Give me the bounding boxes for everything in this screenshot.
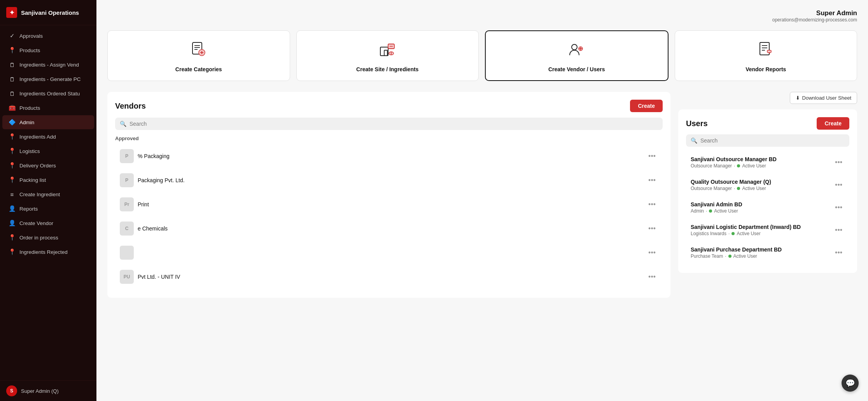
sidebar-item-ingredients-rejected[interactable]: 📍Ingredients Rejected (2, 245, 94, 259)
main-content: Super Admin operations@modernizing-proce… (96, 0, 868, 401)
vendors-section: Vendors Create 🔍 Approved P % Packaging … (107, 92, 670, 298)
sidebar-item-label: Products (19, 47, 40, 53)
user-meta: Outsource Manager · Active User (691, 163, 777, 169)
quick-card-create-site-ingredients[interactable]: Create Site / Ingredients (296, 30, 479, 81)
sidebar-item-label: Approvals (19, 33, 43, 39)
sidebar-item-ingredients-assign[interactable]: 🗒Ingredients - Assign Vend (2, 58, 94, 72)
order-in-process-icon: 📍 (9, 234, 16, 241)
sidebar-item-packing-list[interactable]: 📍Packing list (2, 173, 94, 187)
sidebar-item-label: Ingredients - Assign Vend (19, 62, 79, 68)
user-role: Purchase Team (691, 253, 723, 259)
sidebar-item-ingredients-generate[interactable]: 🗒Ingredients - Generate PC (2, 72, 94, 86)
user-item[interactable]: Sanjivani Purchase Department BD Purchas… (686, 243, 849, 263)
vendor-more-button[interactable]: ••• (646, 200, 658, 209)
users-search-input[interactable] (700, 137, 845, 144)
quick-card-vendor-reports[interactable]: Vendor Reports (675, 30, 858, 81)
active-dot (737, 187, 740, 190)
app-logo: ✦ (6, 7, 17, 18)
user-name: Sanjivani Purchase Department BD (691, 246, 782, 253)
vendors-create-button[interactable]: Create (630, 100, 663, 112)
sidebar-item-ingredients-ordered[interactable]: 🗒Ingredients Ordered Statu (2, 86, 94, 100)
vendor-more-button[interactable]: ••• (646, 248, 658, 258)
vendor-list: P % Packaging ••• P Packaging Pvt. Ltd. … (115, 145, 663, 288)
vendor-avatar: C (120, 222, 134, 236)
user-more-button[interactable]: ••• (833, 203, 845, 213)
download-user-sheet-button[interactable]: ⬇ Download User Sheet (790, 92, 857, 104)
user-item[interactable]: Sanjivani Logistic Department (Inward) B… (686, 220, 849, 240)
sidebar-item-label: Create Ingredient (19, 192, 60, 197)
sidebar-user-name: Super Admin (Q) (21, 388, 59, 394)
vendors-column: Vendors Create 🔍 Approved P % Packaging … (107, 92, 670, 298)
vendors-search-input[interactable] (130, 121, 658, 127)
sidebar-item-products1[interactable]: 📍Products (2, 43, 94, 57)
quick-card-create-vendor-users[interactable]: Create Vendor / Users (485, 30, 668, 81)
sidebar-item-label: Reports (19, 206, 38, 212)
sidebar-item-admin[interactable]: 🔷Admin (2, 115, 94, 129)
chat-bubble[interactable]: 💬 (842, 375, 859, 392)
sidebar-item-order-in-process[interactable]: 📍Order in process (2, 230, 94, 244)
user-role: Outsource Manager (691, 186, 732, 191)
sidebar-item-logistics[interactable]: 📍Logistics (2, 144, 94, 158)
sidebar-item-products2[interactable]: 🧰Products (2, 101, 94, 115)
vendors-title: Vendors (115, 102, 146, 111)
products1-icon: 📍 (9, 47, 16, 54)
sidebar-item-reports[interactable]: 👤Reports (2, 202, 94, 216)
reports-icon: 👤 (9, 205, 16, 212)
vendor-avatar (120, 246, 134, 260)
user-item[interactable]: Sanjivani Admin BD Admin · Active User •… (686, 197, 849, 218)
user-status: Active User (733, 253, 757, 259)
vendor-item[interactable]: C e Chemicals ••• (115, 218, 663, 239)
user-item[interactable]: Quality Outsource Manager (Q) Outsource … (686, 175, 849, 195)
vendor-name: Pvt Ltd. - UNIT IV (138, 274, 180, 280)
create-vendor-icon: 👤 (9, 220, 16, 227)
vendor-item[interactable]: P % Packaging ••• (115, 145, 663, 167)
ingredients-generate-icon: 🗒 (9, 76, 16, 83)
users-create-button[interactable]: Create (817, 117, 849, 130)
sidebar-footer: S Super Admin (Q) (0, 380, 96, 401)
sidebar-nav: ✓Approvals📍Products🗒Ingredients - Assign… (0, 25, 96, 380)
sidebar-item-label: Packing list (19, 177, 46, 183)
vendor-more-button[interactable]: ••• (646, 224, 658, 234)
sidebar-item-label: Admin (19, 120, 34, 125)
vendor-more-button[interactable]: ••• (646, 272, 658, 282)
user-more-button[interactable]: ••• (833, 158, 845, 167)
vendor-item[interactable]: Pr Print ••• (115, 193, 663, 215)
vendor-avatar: P (120, 149, 134, 163)
sidebar: ✦ Sanjivani Operations ✓Approvals📍Produc… (0, 0, 96, 401)
users-search-bar[interactable]: 🔍 (686, 134, 849, 147)
quick-card-create-categories[interactable]: Create Categories (107, 30, 290, 81)
sidebar-item-label: Logistics (19, 148, 40, 154)
user-more-button[interactable]: ••• (833, 248, 845, 258)
download-icon: ⬇ (796, 95, 800, 101)
sidebar-item-create-vendor[interactable]: 👤Create Vendor (2, 216, 94, 230)
active-dot (709, 209, 712, 213)
user-item[interactable]: Sanjivani Outsource Manager BD Outsource… (686, 152, 849, 172)
admin-icon: 🔷 (9, 119, 16, 126)
sidebar-item-approvals[interactable]: ✓Approvals (2, 29, 94, 43)
quick-card-label: Create Vendor / Users (548, 66, 605, 72)
user-more-button[interactable]: ••• (833, 180, 845, 190)
svg-point-13 (572, 44, 577, 50)
user-name: Quality Outsource Manager (Q) (691, 179, 771, 185)
user-avatar: S (6, 385, 17, 396)
sidebar-item-create-ingredient[interactable]: ≡Create Ingredient (2, 187, 94, 201)
user-status: Active User (742, 186, 766, 191)
vendor-item[interactable]: ••• (115, 242, 663, 264)
vendor-more-button[interactable]: ••• (646, 176, 658, 185)
sidebar-item-ingredients-add[interactable]: 📍Ingredients Add (2, 130, 94, 144)
vendors-search-bar[interactable]: 🔍 (115, 118, 663, 130)
top-user-info: Super Admin operations@modernizing-proce… (107, 9, 857, 23)
user-status: Active User (742, 163, 766, 169)
two-col-layout: Vendors Create 🔍 Approved P % Packaging … (107, 92, 857, 298)
user-role: Outsource Manager (691, 163, 732, 169)
vendor-item[interactable]: P Packaging Pvt. Ltd. ••• (115, 169, 663, 191)
vendor-item[interactable]: PU Pvt Ltd. - UNIT IV ••• (115, 266, 663, 288)
sidebar-item-delivery-orders[interactable]: 📍Delivery Orders (2, 158, 94, 172)
user-meta: Purchase Team · Active User (691, 253, 782, 259)
vendor-more-button[interactable]: ••• (646, 151, 658, 161)
sidebar-item-label: Ingredients - Generate PC (19, 76, 81, 82)
user-list: Sanjivani Outsource Manager BD Outsource… (686, 152, 849, 263)
user-name: Sanjivani Logistic Department (Inward) B… (691, 224, 801, 230)
user-status: Active User (714, 208, 738, 214)
user-more-button[interactable]: ••• (833, 225, 845, 235)
